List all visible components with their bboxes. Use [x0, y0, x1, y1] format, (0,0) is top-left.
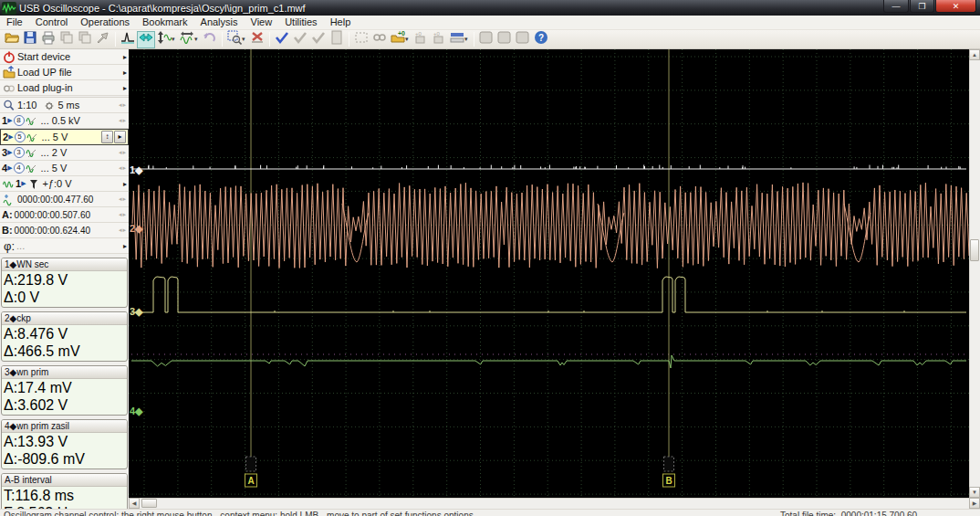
next-marker-button[interactable] [309, 31, 328, 48]
channel-1-ticks [149, 165, 961, 170]
vertical-scroll-thumb[interactable] [970, 239, 979, 261]
zoom-scale-value: 1:10 [17, 100, 36, 111]
menu-item-bookmark[interactable]: Bookmark [136, 16, 194, 29]
trigger-wave-icon [2, 177, 16, 191]
cursor-a-handle[interactable] [246, 457, 256, 471]
analysis-tool-1-button[interactable] [477, 31, 495, 48]
channel-2-row[interactable]: 2▶5... 5 V↕▸ [0, 129, 129, 145]
plugin-icon [2, 81, 16, 95]
horizontal-scrollbar[interactable]: ◀ ▶ [129, 498, 980, 509]
start-device-button[interactable]: Start device▸ [0, 49, 129, 65]
menu-item-operations[interactable]: Operations [74, 16, 136, 29]
phase-row[interactable]: φ:...▸ [0, 238, 129, 254]
export-button[interactable] [94, 31, 112, 48]
menu-item-utilities[interactable]: Utilities [278, 16, 323, 29]
current-time-row[interactable]: 0000:00:00.477.60◂▸ [0, 192, 129, 207]
select-region-button[interactable] [352, 31, 370, 48]
zoom-mode-button[interactable] [225, 31, 244, 48]
channel-1-marker[interactable]: 1◆ [130, 164, 143, 175]
check-blue-icon [275, 30, 289, 48]
overlay-load-dropdown[interactable]: ▾ [405, 36, 412, 43]
channel-3-marker[interactable]: 3◆ [130, 306, 143, 317]
time-value: 0000:00:00.477.60 [17, 195, 93, 205]
trigger-row[interactable]: 1▶+ƒ:0 V▸ [0, 176, 129, 192]
submenu-arrow-icon: ▸ [123, 180, 127, 188]
overlay-load-button[interactable]: +0 [389, 31, 407, 48]
channel-2-marker[interactable]: 2◆ [130, 223, 143, 234]
check-gray-icon [293, 30, 308, 48]
channel-arrow-icon: ▶ [8, 133, 13, 141]
coupling-wave-icon [26, 131, 40, 144]
undo-icon [203, 30, 217, 48]
channel-arrow-icon: ▶ [7, 117, 12, 124]
cursor-b-handle[interactable] [664, 457, 674, 471]
print-button[interactable] [39, 31, 57, 48]
apply-marker-button[interactable] [273, 31, 291, 48]
menu-item-view[interactable]: View [245, 16, 279, 29]
magnifier-icon [2, 99, 16, 112]
cursor-a-time-row[interactable]: A:0000:00:00.507.60◂▸ [0, 207, 129, 223]
time-scale-button[interactable] [137, 31, 155, 48]
red-pin-icon [250, 30, 265, 48]
waveform-shift-button[interactable] [178, 31, 196, 48]
paste-oscillogram-button[interactable] [76, 31, 94, 48]
undo-button[interactable] [201, 31, 219, 48]
vertical-scrollbar[interactable]: ▲ ▼ [969, 49, 980, 498]
pages-gray-icon [59, 30, 74, 48]
channel-4-row[interactable]: 4▶4... 5 V◂▸ [0, 161, 129, 176]
cursor-b-label: B [665, 476, 672, 486]
scroll-right-button[interactable]: ▶ [969, 498, 980, 509]
oscillogram-area[interactable]: 1◆2◆3◆4◆AB [129, 49, 969, 498]
scroll-down-button[interactable]: ▼ [969, 487, 980, 498]
maximize-button[interactable]: ❐ [910, 0, 934, 13]
overlay-mode-button[interactable] [448, 31, 466, 48]
analysis-tool-2-button[interactable] [495, 31, 514, 48]
copy-oscillogram-button[interactable] [57, 31, 76, 48]
menu-item-control[interactable]: Control [29, 16, 74, 29]
report-button[interactable] [328, 31, 346, 48]
channel-arrow-icon: ▶ [21, 180, 26, 187]
channel-1-row[interactable]: 1▶8... 0.5 kV◂▸ [0, 113, 129, 129]
open-file-button[interactable] [3, 31, 21, 48]
submenu-arrow-icon: ▸ [123, 68, 127, 77]
amplitude-scale-button[interactable] [155, 31, 173, 48]
close-button[interactable]: ✕ [935, 0, 976, 13]
load-plug-in-button[interactable]: Load plug-in▸ [0, 80, 129, 96]
channel-3-row[interactable]: 3▶3... 2 V◂▸ [0, 145, 129, 161]
load-up-file-button[interactable]: Load UP file▸ [0, 65, 129, 80]
menu-item-analysis[interactable]: Analysis [194, 16, 245, 29]
adjust-arrows-icon: ◂▸ [119, 164, 127, 172]
scroll-left-button[interactable]: ◀ [129, 498, 140, 509]
channel-4-marker[interactable]: 4◆ [130, 405, 143, 416]
clear-markers-button[interactable] [248, 31, 266, 48]
cursor-letter: B: [2, 225, 13, 236]
channel-adjust-button[interactable]: ↕ [101, 131, 113, 143]
waveform-shift-dropdown[interactable]: ▾ [194, 36, 201, 43]
single-frame-button[interactable] [119, 31, 137, 48]
measure-panel-header: 3◆wn prim [2, 366, 127, 379]
amplitude-scale-dropdown[interactable]: ▾ [172, 36, 178, 43]
menu-item-help[interactable]: Help [324, 16, 358, 29]
menu-item-file[interactable]: File [0, 16, 29, 29]
minimize-button[interactable]: — [883, 0, 909, 13]
scale-timebase-row[interactable]: 1:105 ms◂▸ [0, 98, 129, 113]
app-icon [2, 2, 16, 15]
scroll-up-button[interactable]: ▲ [969, 49, 980, 60]
channel-menu-button[interactable]: ▸ [114, 131, 126, 143]
cursor-b-time-row[interactable]: B:0000:00:00.624.40◂▸ [0, 223, 129, 238]
overlay-next-button[interactable]: +0 [430, 31, 448, 48]
title-bar: USB Oscilloscope - C:\aparat\kompresja\O… [0, 0, 980, 16]
h-wave-icon [180, 30, 194, 48]
overlay-mode-dropdown[interactable]: ▾ [464, 36, 471, 43]
overlay-prev-button[interactable]: +0 [412, 31, 430, 48]
probe-badge: 5 [15, 132, 26, 142]
channel-4-trace [131, 355, 966, 368]
link-view-button[interactable] [370, 31, 389, 48]
measure-value-delta: Δ:466.5 mV [4, 342, 125, 360]
horizontal-scroll-thumb[interactable] [141, 499, 157, 508]
zoom-mode-dropdown[interactable]: ▾ [242, 36, 248, 43]
help-button[interactable]: ? [532, 31, 550, 48]
save-file-button[interactable] [21, 31, 39, 48]
analysis-tool-3-button[interactable] [514, 31, 532, 48]
prev-marker-button[interactable] [291, 31, 309, 48]
